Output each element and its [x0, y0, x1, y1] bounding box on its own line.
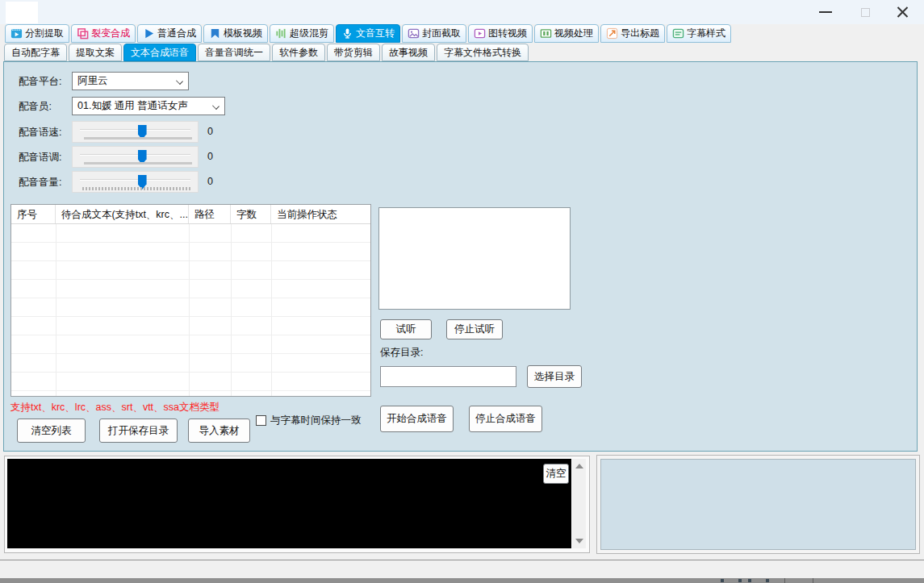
tab-label: 分割提取 [25, 27, 64, 40]
tab-export-title[interactable]: 导出标题 [600, 24, 665, 43]
synthesis-file-table[interactable]: 序号 待合成文本(支持txt、krc、... 路径 字数 当前操作状态 [10, 204, 371, 397]
subtab-text-to-speech[interactable]: 文本合成语音 [123, 44, 196, 61]
tab-text-audio-convert[interactable]: 文音互转 [336, 24, 400, 43]
tab-split-extract[interactable]: 分割提取 [5, 24, 69, 43]
microphone-icon [341, 27, 353, 40]
tab-super-mix[interactable]: 超级混剪 [270, 24, 334, 43]
voice-value: 01.知媛 通用 普通话女声 [77, 99, 188, 113]
tab-label: 字幕样式 [687, 27, 725, 40]
tab-label: 导出标题 [621, 27, 659, 40]
volume-slider[interactable] [72, 171, 199, 193]
stop-synthesis-button[interactable]: 停止合成语音 [469, 406, 542, 432]
taskbar-separator [784, 578, 785, 583]
col-status: 当前操作状态 [271, 205, 370, 223]
listen-button[interactable]: 试听 [380, 319, 432, 339]
stop-listen-button[interactable]: 停止试听 [446, 319, 503, 339]
close-button[interactable] [884, 0, 920, 24]
subtab-story-video[interactable]: 故事视频 [382, 44, 435, 61]
tab-label: 文音互转 [356, 27, 395, 40]
slider-ticks [82, 187, 192, 190]
choose-dir-button[interactable]: 选择目录 [527, 365, 582, 388]
status-bar [0, 560, 924, 578]
subtab-volume-pitch-unify[interactable]: 音量音调统一 [198, 44, 270, 61]
tab-label: 模板视频 [224, 27, 262, 40]
start-synthesis-button[interactable]: 开始合成语音 [380, 406, 454, 432]
secondary-log-area [600, 459, 916, 550]
tab-cover-capture[interactable]: 封面截取 [402, 24, 466, 43]
pitch-slider[interactable] [72, 146, 199, 168]
taskbar-sliver [0, 578, 924, 583]
save-dir-input[interactable] [380, 366, 516, 387]
slider-ticks [84, 137, 192, 140]
subtab-label: 故事视频 [389, 46, 428, 60]
fission-icon [77, 27, 89, 40]
slider-track [80, 154, 190, 156]
taskbar-separator [813, 578, 813, 583]
subtab-extract-copy[interactable]: 提取文案 [69, 44, 122, 61]
subtab-software-params[interactable]: 软件参数 [272, 44, 325, 61]
tab-label: 超级混剪 [290, 27, 328, 40]
log-output [7, 459, 571, 548]
platform-select[interactable]: 阿里云 [72, 72, 189, 90]
save-dir-label: 保存目录: [380, 346, 423, 360]
slider-track [80, 179, 190, 181]
open-save-dir-button[interactable]: 打开保存目录 [99, 419, 178, 443]
image-icon [408, 27, 420, 40]
tab-normal-synthesis[interactable]: 普通合成 [137, 24, 202, 43]
slider-ticks [84, 162, 192, 164]
column-divider [56, 224, 56, 396]
export-icon [606, 27, 618, 40]
tab-label: 图转视频 [488, 27, 527, 40]
col-text: 待合成文本(支持txt、krc、... [56, 205, 189, 223]
speed-value: 0 [207, 126, 213, 137]
subtab-label: 音量音调统一 [205, 46, 263, 60]
taskbar-icon [766, 579, 769, 582]
tab-label: 封面截取 [422, 27, 461, 40]
scroll-up-icon[interactable] [575, 464, 583, 468]
maximize-icon [861, 8, 870, 17]
clear-log-button[interactable]: 清空 [543, 464, 569, 484]
platform-value: 阿里云 [77, 74, 108, 88]
pitch-label: 配音语调: [19, 151, 61, 164]
volume-label: 配音音量: [19, 176, 61, 189]
tab-video-process[interactable]: 视频处理 [534, 24, 599, 43]
taskbar-icon [721, 579, 724, 582]
tab-template-video[interactable]: 模板视频 [203, 24, 268, 43]
subtab-label: 带货剪辑 [334, 46, 373, 60]
subtab-commerce-edit[interactable]: 带货剪辑 [327, 44, 380, 61]
voice-select[interactable]: 01.知媛 通用 普通话女声 [72, 97, 225, 115]
speed-slider[interactable] [72, 121, 199, 143]
image-play-icon [474, 27, 486, 40]
subtab-auto-subtitle[interactable]: 自动配字幕 [4, 44, 67, 61]
import-material-button[interactable]: 导入素材 [188, 419, 250, 443]
slider-track [80, 129, 190, 131]
column-divider [231, 224, 232, 396]
voice-label: 配音员: [19, 100, 52, 114]
play-icon [143, 27, 155, 40]
subtab-label: 文本合成语音 [131, 46, 189, 60]
tab-label: 视频处理 [554, 27, 593, 40]
tab-subtitle-style[interactable]: 字幕样式 [667, 24, 731, 43]
col-index: 序号 [11, 205, 56, 223]
scroll-down-icon[interactable] [575, 539, 583, 543]
subtab-label: 提取文案 [76, 46, 115, 60]
tab-fission-synthesis[interactable]: 裂变合成 [71, 24, 136, 43]
preview-text-box[interactable] [378, 207, 571, 310]
maximize-button[interactable] [847, 0, 883, 24]
clear-list-button[interactable]: 清空列表 [17, 419, 86, 443]
col-charcount: 字数 [231, 205, 271, 223]
close-icon [897, 6, 909, 19]
subtitle-icon [672, 27, 684, 40]
sync-subtitle-time-checkbox[interactable] [256, 415, 266, 426]
subtab-subtitle-format-convert[interactable]: 字幕文件格式转换 [437, 44, 529, 61]
subtab-label: 字幕文件格式转换 [444, 46, 521, 60]
video-split-icon [10, 27, 23, 40]
log-scrollbar[interactable] [572, 459, 586, 548]
platform-label: 配音平台: [19, 75, 61, 89]
tab-image-to-video[interactable]: 图转视频 [468, 24, 533, 43]
minimize-button[interactable] [808, 0, 843, 24]
sync-subtitle-time-row: 与字幕时间保持一致 [256, 414, 362, 427]
tab-label: 普通合成 [157, 27, 196, 40]
log-panel: 清空 [4, 456, 590, 553]
table-body[interactable] [11, 224, 370, 396]
